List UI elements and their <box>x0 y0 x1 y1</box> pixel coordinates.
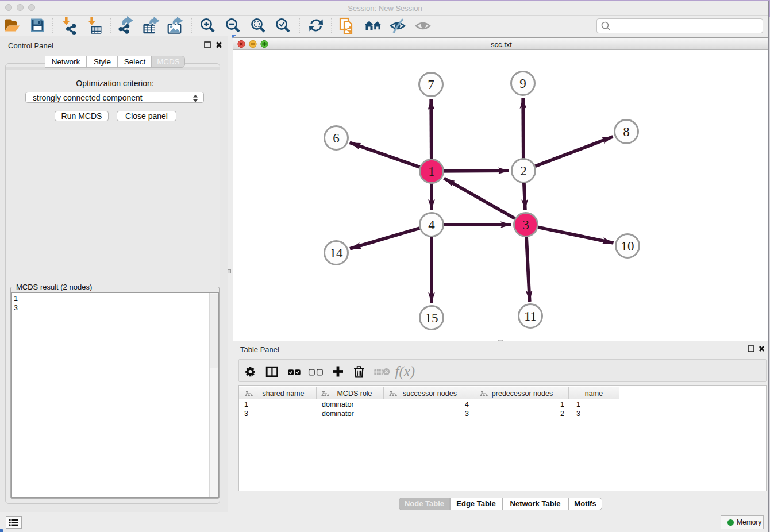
svg-text:9: 9 <box>519 76 526 91</box>
svg-text:11: 11 <box>524 309 537 323</box>
svg-text:10: 10 <box>621 239 634 253</box>
svg-text:6: 6 <box>333 131 340 145</box>
svg-text:1: 1 <box>428 164 435 179</box>
svg-text:4: 4 <box>428 218 435 232</box>
svg-text:14: 14 <box>330 246 344 260</box>
svg-text:2: 2 <box>520 164 527 178</box>
svg-text:3: 3 <box>522 218 529 232</box>
svg-text:f(x): f(x) <box>395 364 415 380</box>
svg-text:8: 8 <box>623 125 630 139</box>
svg-text:7: 7 <box>428 78 434 92</box>
svg-text:15: 15 <box>425 311 438 325</box>
